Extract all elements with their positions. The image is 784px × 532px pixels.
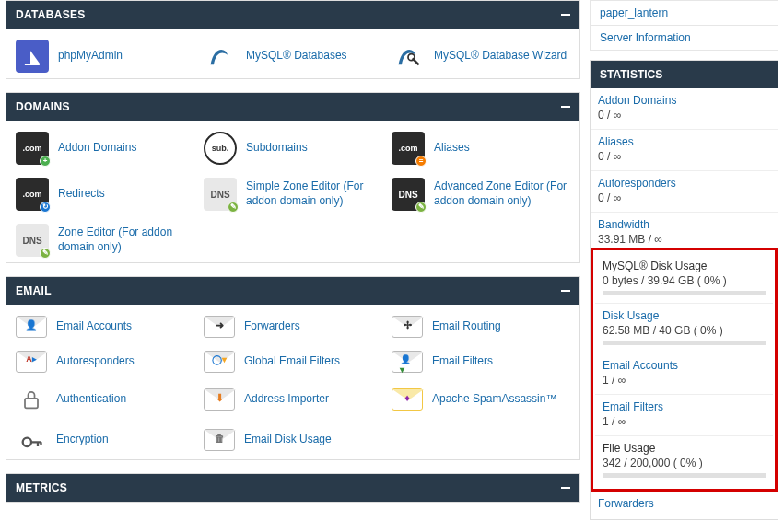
email-accounts-app[interactable]: 👤 Email Accounts bbox=[16, 316, 194, 338]
authentication-app[interactable]: Authentication bbox=[16, 386, 194, 413]
dotcom-icon: .com↻ bbox=[16, 178, 49, 211]
simple-zone-editor-app[interactable]: DNS✎ Simple Zone Editor (For addon domai… bbox=[204, 178, 382, 211]
stat-mysql-disk-usage: MySQL® Disk Usage 0 bytes / 39.94 GB ( 0… bbox=[595, 254, 773, 304]
edit-badge-icon: ✎ bbox=[415, 202, 427, 213]
subdomains-app[interactable]: sub. Subdomains bbox=[204, 132, 382, 165]
metrics-panel: METRICS bbox=[6, 473, 580, 503]
stat-label[interactable]: Autoresponders bbox=[598, 177, 770, 190]
plus-badge-icon: + bbox=[40, 156, 51, 167]
server-info-link[interactable]: Server Information bbox=[590, 25, 778, 51]
app-label: Email Accounts bbox=[56, 319, 132, 334]
app-label: Zone Editor (For addon domain only) bbox=[58, 226, 194, 254]
dns-dark-icon: DNS✎ bbox=[392, 178, 425, 211]
lock-icon bbox=[16, 386, 47, 413]
app-label: Addon Domains bbox=[58, 141, 136, 156]
stat-value: 0 / ∞ bbox=[598, 191, 621, 204]
stat-label: MySQL® Disk Usage bbox=[603, 260, 766, 272]
theme-link[interactable]: paper_lantern bbox=[590, 0, 778, 25]
dotcom-icon: .com= bbox=[392, 132, 425, 165]
envelope-filter-icon: 👤▾ bbox=[392, 351, 423, 373]
app-label: MySQL® Databases bbox=[246, 49, 347, 64]
stat-file-usage: File Usage 342 / 200,000 ( 0% ) bbox=[595, 436, 773, 485]
mysql-wizard-app[interactable]: MySQL® Database Wizard bbox=[392, 40, 570, 73]
redirects-app[interactable]: .com↻ Redirects bbox=[16, 178, 194, 211]
svg-rect-2 bbox=[25, 399, 38, 409]
panel-title: EMAIL bbox=[16, 284, 52, 297]
envelope-routing-icon: ✢ bbox=[392, 316, 423, 338]
app-label: phpMyAdmin bbox=[58, 49, 123, 64]
collapse-icon[interactable] bbox=[561, 14, 570, 16]
address-importer-app[interactable]: ⬇ Address Importer bbox=[204, 386, 382, 413]
forwarders-app[interactable]: ➜ Forwarders bbox=[204, 316, 382, 338]
autoresponders-app[interactable]: A▸ Autoresponders bbox=[16, 351, 194, 373]
stat-label[interactable]: Forwarders bbox=[598, 497, 770, 510]
redirect-badge-icon: ↻ bbox=[40, 202, 51, 213]
statistics-panel: STATISTICS Addon Domains 0 / ∞ Aliases 0… bbox=[590, 60, 778, 520]
metrics-header[interactable]: METRICS bbox=[6, 474, 579, 502]
mysql-databases-app[interactable]: MySQL® Databases bbox=[204, 40, 382, 73]
domains-header[interactable]: DOMAINS bbox=[6, 93, 579, 121]
envelope-forward-icon: ➜ bbox=[204, 316, 235, 338]
collapse-icon[interactable] bbox=[561, 106, 570, 108]
addon-domains-app[interactable]: .com+ Addon Domains bbox=[16, 132, 194, 165]
dotcom-icon: .com+ bbox=[16, 132, 49, 165]
collapse-icon[interactable] bbox=[561, 487, 570, 489]
stat-label[interactable]: Bandwidth bbox=[598, 218, 770, 231]
panel-title: STATISTICS bbox=[600, 68, 662, 81]
envelope-user-icon: 👤 bbox=[16, 316, 47, 338]
mysql-icon bbox=[204, 40, 237, 73]
email-header[interactable]: EMAIL bbox=[6, 277, 579, 305]
stat-email-accounts: Email Accounts 1 / ∞ bbox=[595, 353, 773, 395]
zone-editor-app[interactable]: DNS✎ Zone Editor (For addon domain only) bbox=[16, 224, 194, 257]
panel-title: DOMAINS bbox=[16, 100, 70, 113]
aliases-app[interactable]: .com= Aliases bbox=[392, 132, 570, 165]
stat-label[interactable]: Aliases bbox=[598, 135, 770, 148]
stat-disk-usage: Disk Usage 62.58 MB / 40 GB ( 0% ) bbox=[595, 304, 773, 353]
envelope-global-filter-icon: ◯▾ bbox=[204, 351, 235, 373]
advanced-zone-editor-app[interactable]: DNS✎ Advanced Zone Editor (For addon dom… bbox=[392, 178, 570, 211]
app-label: Subdomains bbox=[246, 141, 308, 156]
stat-label[interactable]: Disk Usage bbox=[603, 309, 766, 322]
envelope-import-icon: ⬇ bbox=[204, 388, 235, 411]
global-email-filters-app[interactable]: ◯▾ Global Email Filters bbox=[204, 351, 382, 373]
stat-label[interactable]: Email Accounts bbox=[603, 359, 766, 372]
collapse-icon[interactable] bbox=[561, 290, 570, 292]
svg-point-0 bbox=[223, 51, 225, 52]
stat-label[interactable]: Addon Domains bbox=[598, 94, 770, 107]
domains-panel: DOMAINS .com+ Addon Domains sub. Subdoma… bbox=[6, 92, 580, 263]
phpmyadmin-app[interactable]: phpMyAdmin bbox=[16, 40, 194, 73]
app-label: Advanced Zone Editor (For addon domain o… bbox=[434, 179, 570, 208]
app-label: Aliases bbox=[434, 141, 470, 156]
stat-value: 0 / ∞ bbox=[598, 109, 621, 121]
stat-label[interactable]: Email Filters bbox=[603, 400, 766, 413]
encryption-app[interactable]: Encryption bbox=[16, 426, 194, 454]
svg-point-3 bbox=[23, 438, 31, 446]
app-label: Simple Zone Editor (For addon domain onl… bbox=[246, 179, 382, 208]
stat-email-filters: Email Filters 1 / ∞ bbox=[595, 395, 773, 436]
email-disk-usage-app[interactable]: 🗑 Email Disk Usage bbox=[204, 426, 382, 454]
mysql-wizard-icon bbox=[392, 40, 425, 73]
envelope-trash-icon: 🗑 bbox=[204, 429, 235, 451]
panel-title: METRICS bbox=[16, 481, 67, 494]
stat-bandwidth: Bandwidth 33.91 MB / ∞ bbox=[591, 213, 778, 248]
app-label: Email Disk Usage bbox=[244, 433, 332, 447]
email-routing-app[interactable]: ✢ Email Routing bbox=[392, 316, 570, 338]
app-label: Autoresponders bbox=[56, 354, 135, 369]
spamassassin-app[interactable]: ♦ Apache SpamAssassin™ bbox=[392, 386, 570, 413]
edit-badge-icon: ✎ bbox=[228, 202, 239, 213]
svg-point-1 bbox=[408, 54, 415, 61]
key-icon bbox=[16, 426, 47, 454]
email-filters-app[interactable]: 👤▾ Email Filters bbox=[392, 351, 570, 373]
dns-icon: DNS✎ bbox=[16, 224, 49, 257]
progress-bar bbox=[603, 473, 766, 478]
email-panel: EMAIL 👤 Email Accounts ➜ Forwarders ✢ Em bbox=[6, 276, 580, 460]
app-label: MySQL® Database Wizard bbox=[434, 49, 567, 64]
stat-aliases: Aliases 0 / ∞ bbox=[591, 130, 778, 171]
app-label: Email Routing bbox=[432, 319, 501, 334]
statistics-header: STATISTICS bbox=[591, 61, 778, 88]
databases-header[interactable]: DATABASES bbox=[6, 1, 579, 29]
progress-bar bbox=[603, 341, 766, 345]
alias-badge-icon: = bbox=[415, 156, 427, 167]
stat-value: 33.91 MB / ∞ bbox=[598, 233, 662, 246]
progress-bar bbox=[603, 291, 766, 295]
